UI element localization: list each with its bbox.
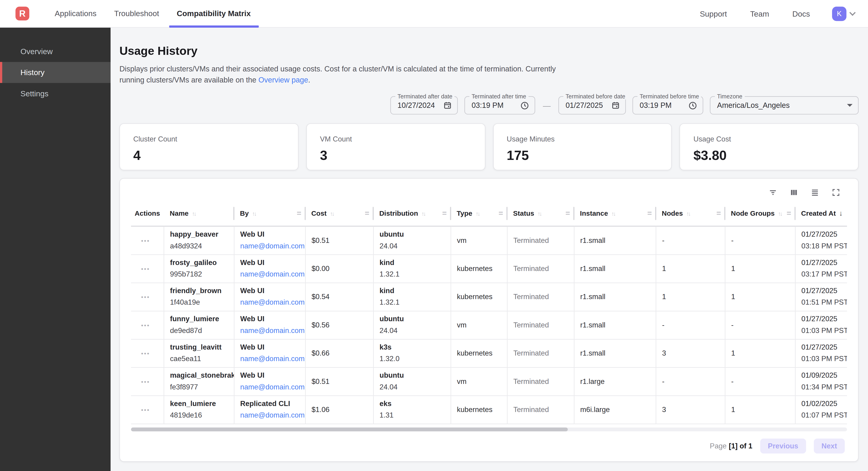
- sort-icon[interactable]: ↑↓: [330, 210, 334, 216]
- column-resize-handle[interactable]: =: [787, 208, 791, 217]
- created-by-email-link[interactable]: name@domain.com: [240, 242, 302, 251]
- horizontal-scrollbar-track[interactable]: [131, 427, 847, 431]
- filter-icon[interactable]: [769, 188, 777, 197]
- stat-value: 175: [507, 148, 658, 163]
- nav-link-support[interactable]: Support: [696, 9, 731, 18]
- clock-icon[interactable]: [688, 101, 697, 110]
- cell-type: vm: [451, 226, 507, 255]
- column-separator: [574, 207, 575, 220]
- horizontal-scrollbar-thumb[interactable]: [131, 427, 568, 431]
- column-separator: [373, 207, 374, 220]
- app-logo[interactable]: R: [16, 7, 29, 21]
- nav-link-docs[interactable]: Docs: [789, 9, 813, 18]
- timezone-select[interactable]: Timezone America/Los_Angeles: [710, 96, 859, 115]
- table-row: •••funny_lumierede9ed87dWeb UIname@domai…: [131, 311, 847, 339]
- date-range-separator: —: [542, 101, 552, 110]
- calendar-icon[interactable]: [443, 101, 452, 110]
- density-icon[interactable]: [810, 188, 819, 197]
- column-resize-handle[interactable]: =: [498, 208, 503, 217]
- distribution-name: eks: [380, 399, 447, 408]
- column-header-status[interactable]: Status↑↓=: [507, 201, 574, 226]
- column-resize-handle[interactable]: =: [297, 208, 301, 217]
- next-page-button[interactable]: Next: [814, 438, 845, 453]
- created-by-email-link[interactable]: name@domain.com: [240, 270, 302, 278]
- column-header-node_groups[interactable]: Node Groups↑↓=: [725, 201, 795, 226]
- avatar[interactable]: K: [832, 6, 846, 21]
- instance-value: r1.small: [580, 236, 652, 244]
- column-resize-handle[interactable]: =: [565, 208, 570, 217]
- tab-compatibility-matrix[interactable]: Compatibility Matrix: [168, 0, 259, 27]
- status-value: Terminated: [513, 377, 570, 385]
- column-header-created_at[interactable]: Created At↓: [795, 201, 847, 226]
- nodes-value: -: [662, 236, 721, 244]
- column-header-type[interactable]: Type↑↓=: [451, 201, 507, 226]
- sort-icon[interactable]: ↑↓: [252, 210, 256, 216]
- terminated-after-date-value: 10/27/2024: [398, 101, 435, 110]
- sort-icon[interactable]: ↑↓: [421, 210, 425, 216]
- top-nav: R Applications Troubleshoot Compatibilit…: [0, 0, 868, 28]
- terminated-before-date-input[interactable]: Terminated before date 01/27/2025: [558, 96, 626, 115]
- terminated-after-date-input[interactable]: Terminated after date 10/27/2024: [390, 96, 458, 115]
- terminated-before-time-input[interactable]: Terminated before time 03:19 PM: [632, 96, 703, 115]
- cell-name: trusting_leavittcae5ea11: [163, 339, 234, 367]
- cell-node_groups: -: [725, 311, 795, 339]
- created-by-email-link[interactable]: name@domain.com: [240, 354, 302, 363]
- usage-table-card: ActionsName↑↓By↑↓=Cost↑↓=Distribution↑↓=…: [119, 178, 859, 462]
- row-actions-button[interactable]: •••: [131, 237, 160, 244]
- cell-status: Terminated: [507, 339, 574, 367]
- cell-status: Terminated: [507, 395, 574, 423]
- terminated-after-time-input[interactable]: Terminated after time 03:19 PM: [464, 96, 535, 115]
- row-actions-button[interactable]: •••: [131, 322, 160, 328]
- main-tabs: Applications Troubleshoot Compatibility …: [46, 0, 259, 27]
- tab-troubleshoot[interactable]: Troubleshoot: [105, 0, 168, 27]
- row-actions-button[interactable]: •••: [131, 378, 160, 385]
- created-time: 01:03 PM PST: [801, 326, 844, 335]
- sort-icon[interactable]: ↑↓: [476, 210, 479, 216]
- columns-icon[interactable]: [789, 188, 798, 197]
- column-header-by[interactable]: By↑↓=: [234, 201, 305, 226]
- row-actions-button[interactable]: •••: [131, 265, 160, 272]
- column-label: Nodes: [662, 209, 683, 217]
- previous-page-button[interactable]: Previous: [760, 438, 806, 453]
- sort-icon[interactable]: ↑↓: [686, 210, 690, 216]
- cell-by: Web UIname@domain.com: [234, 367, 305, 395]
- sidebar-item-overview[interactable]: Overview: [0, 41, 111, 62]
- created-by-email-link[interactable]: name@domain.com: [240, 298, 302, 307]
- column-resize-handle[interactable]: =: [647, 208, 652, 217]
- cell-status: Terminated: [507, 255, 574, 283]
- account-menu[interactable]: K: [832, 6, 855, 21]
- column-header-distribution[interactable]: Distribution↑↓=: [373, 201, 451, 226]
- nav-link-team[interactable]: Team: [747, 9, 772, 18]
- column-header-name[interactable]: Name↑↓: [163, 201, 234, 226]
- column-header-instance[interactable]: Instance↑↓=: [574, 201, 656, 226]
- sort-icon[interactable]: ↑↓: [778, 210, 782, 216]
- created-by-email-link[interactable]: name@domain.com: [240, 383, 302, 391]
- sidebar-item-history[interactable]: History: [0, 62, 111, 83]
- created-by-email-link[interactable]: name@domain.com: [240, 326, 302, 335]
- calendar-icon[interactable]: [611, 101, 620, 110]
- node-groups-value: -: [731, 236, 792, 244]
- column-resize-handle[interactable]: =: [442, 208, 447, 217]
- column-header-nodes[interactable]: Nodes↑↓=: [656, 201, 725, 226]
- cell-cost: $1.06: [305, 395, 373, 423]
- fullscreen-icon[interactable]: [832, 188, 840, 197]
- row-actions-button[interactable]: •••: [131, 293, 160, 300]
- column-resize-handle[interactable]: =: [365, 208, 370, 217]
- created-by-email-link[interactable]: name@domain.com: [240, 411, 302, 420]
- column-resize-handle[interactable]: =: [716, 208, 721, 217]
- sidebar-item-settings[interactable]: Settings: [0, 83, 111, 104]
- column-separator: [506, 207, 507, 220]
- row-actions-button[interactable]: •••: [131, 406, 160, 413]
- overview-page-link[interactable]: Overview page: [258, 76, 308, 84]
- sort-descending-icon[interactable]: ↓: [839, 209, 843, 217]
- row-actions-button[interactable]: •••: [131, 350, 160, 356]
- table-row: •••keen_lumiere4819de16Replicated CLInam…: [131, 395, 847, 423]
- sort-icon[interactable]: ↑↓: [611, 210, 615, 216]
- cell-name: happy_beavera48d9324: [163, 226, 234, 255]
- clock-icon[interactable]: [520, 101, 529, 110]
- sort-icon[interactable]: ↑↓: [537, 210, 541, 216]
- column-header-cost[interactable]: Cost↑↓=: [305, 201, 373, 226]
- column-label: Distribution: [379, 209, 418, 217]
- sort-icon[interactable]: ↑↓: [192, 210, 195, 216]
- tab-applications[interactable]: Applications: [46, 0, 105, 27]
